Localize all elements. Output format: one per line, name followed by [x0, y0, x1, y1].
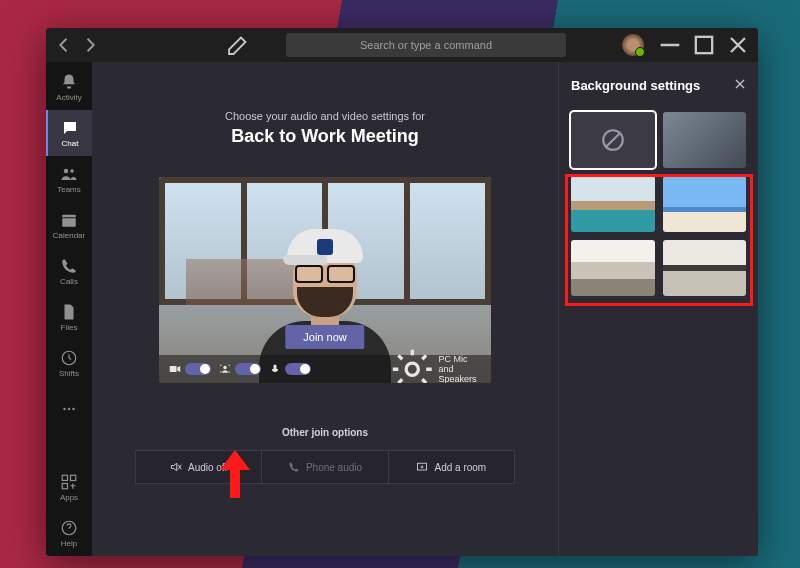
video-preview: Join now PC Mic and Speakers [159, 177, 491, 383]
svg-point-18 [406, 363, 418, 375]
phone-icon [288, 461, 300, 473]
bg-option-image-1[interactable] [571, 176, 655, 232]
new-message-button[interactable] [226, 33, 250, 57]
search-placeholder: Search or type a command [360, 39, 492, 51]
svg-rect-9 [71, 475, 76, 480]
close-button[interactable] [724, 31, 752, 59]
background-settings-panel: Background settings [558, 62, 758, 556]
rail-activity[interactable]: Activity [46, 64, 92, 110]
preview-controls: PC Mic and Speakers [159, 355, 491, 383]
svg-rect-10 [62, 483, 67, 488]
background-effects-icon [219, 363, 231, 375]
panel-close-button[interactable] [734, 76, 746, 94]
mic-icon [269, 363, 281, 375]
rail-help[interactable]: Help [46, 510, 92, 556]
background-grid [571, 112, 746, 296]
other-join-options-label: Other join options [282, 427, 368, 438]
join-now-button[interactable]: Join now [285, 325, 364, 349]
audio-off-icon [170, 461, 182, 473]
gear-icon [390, 347, 435, 383]
svg-rect-17 [274, 365, 277, 370]
prejoin-screen: Choose your audio and video settings for… [92, 62, 558, 556]
maximize-button[interactable] [690, 31, 718, 59]
svg-point-7 [72, 408, 74, 410]
annotation-arrow [220, 450, 250, 498]
camera-toggle[interactable] [185, 363, 211, 375]
svg-point-6 [68, 408, 70, 410]
back-button[interactable] [54, 35, 74, 55]
svg-rect-0 [696, 37, 712, 53]
rail-shifts[interactable]: Shifts [46, 340, 92, 386]
minimize-button[interactable] [656, 31, 684, 59]
background-toggle[interactable] [235, 363, 261, 375]
svg-point-12 [223, 366, 226, 369]
svg-point-5 [63, 408, 65, 410]
rail-apps[interactable]: Apps [46, 464, 92, 510]
forward-button[interactable] [80, 35, 100, 55]
meeting-title: Back to Work Meeting [231, 126, 419, 147]
other-join-options: Audio off Phone audio Add a room [135, 450, 515, 484]
rail-calendar[interactable]: Calendar [46, 202, 92, 248]
search-input[interactable]: Search or type a command [286, 33, 566, 57]
rail-files[interactable]: Files [46, 294, 92, 340]
bg-option-blur[interactable] [663, 112, 747, 168]
phone-audio-button[interactable]: Phone audio [262, 451, 388, 483]
add-room-button[interactable]: Add a room [389, 451, 514, 483]
bg-option-image-4[interactable] [663, 240, 747, 296]
rail-teams[interactable]: Teams [46, 156, 92, 202]
mic-toggle[interactable] [285, 363, 311, 375]
none-icon [600, 127, 626, 153]
svg-point-15 [220, 371, 221, 372]
svg-point-2 [70, 169, 74, 173]
bg-option-image-3[interactable] [571, 240, 655, 296]
svg-point-16 [228, 371, 229, 372]
rail-chat[interactable]: Chat [46, 110, 92, 156]
profile-avatar[interactable] [622, 34, 644, 56]
prejoin-subtitle: Choose your audio and video settings for [225, 110, 425, 122]
svg-point-14 [228, 365, 229, 366]
device-settings[interactable]: PC Mic and Speakers [390, 347, 481, 383]
rail-calls[interactable]: Calls [46, 248, 92, 294]
app-rail: Activity Chat Teams Calendar Calls Files… [46, 62, 92, 556]
panel-title: Background settings [571, 78, 734, 93]
svg-point-1 [64, 168, 69, 173]
add-room-icon [416, 461, 428, 473]
bg-option-image-2[interactable] [663, 176, 747, 232]
svg-rect-3 [62, 214, 76, 226]
teams-window: Search or type a command Activity Chat T… [46, 28, 758, 556]
svg-point-13 [220, 365, 221, 366]
svg-rect-8 [62, 475, 67, 480]
bg-option-none[interactable] [571, 112, 655, 168]
camera-icon [169, 363, 181, 375]
rail-more[interactable] [46, 386, 92, 432]
titlebar: Search or type a command [46, 28, 758, 62]
